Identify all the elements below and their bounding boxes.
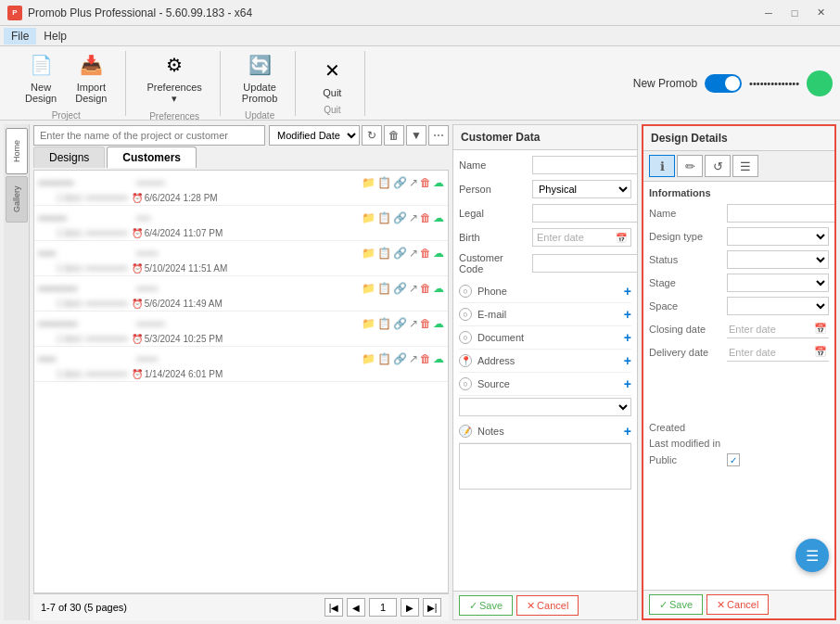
folder-icon[interactable]: 📁 xyxy=(362,211,375,224)
delete-icon[interactable]: 🗑 xyxy=(420,211,431,224)
delete-button[interactable]: 🗑 xyxy=(384,125,404,146)
next-page-button[interactable]: ▶ xyxy=(401,598,419,617)
tab-designs[interactable]: Designs xyxy=(33,146,105,168)
legal-input[interactable] xyxy=(532,204,637,223)
birth-date-input[interactable]: Enter date 📅 xyxy=(532,228,631,247)
filter-button[interactable]: ▼ xyxy=(406,125,426,146)
folder-icon[interactable]: 📁 xyxy=(362,352,375,365)
notes-row[interactable]: 📝 Notes + xyxy=(459,420,631,443)
copy-icon[interactable]: 📋 xyxy=(377,282,391,295)
closing-date-input[interactable]: Enter date 📅 xyxy=(727,320,829,338)
phone-row[interactable]: ○ Phone + xyxy=(459,280,631,303)
share-icon[interactable]: ↗ xyxy=(409,352,418,365)
source-row[interactable]: ○ Source + xyxy=(459,373,631,396)
list-item-detail: 1 item ••••••••••••• ⏰ 6/4/2024 11:07 PM xyxy=(38,228,444,238)
cloud-icon[interactable]: ☁ xyxy=(433,282,444,295)
folder-icon[interactable]: 📁 xyxy=(362,282,375,295)
share-icon[interactable]: ↗ xyxy=(409,317,418,330)
design-name-input[interactable] xyxy=(727,204,834,223)
share-icon[interactable]: ↗ xyxy=(409,282,418,295)
copy-icon[interactable]: 📋 xyxy=(377,247,391,260)
first-page-button[interactable]: |◀ xyxy=(325,598,343,617)
address-row[interactable]: 📍 Address + xyxy=(459,350,631,373)
link-icon[interactable]: 🔗 xyxy=(393,211,407,224)
share-icon[interactable]: ↗ xyxy=(409,247,418,260)
design-save-button[interactable]: ✓ Save xyxy=(649,594,703,615)
cloud-icon[interactable]: ☁ xyxy=(433,352,444,365)
last-page-button[interactable]: ▶| xyxy=(423,598,441,617)
email-row[interactable]: ○ E-mail + xyxy=(459,303,631,326)
import-design-button[interactable]: 📥 ImportDesign xyxy=(67,45,115,108)
cloud-icon[interactable]: ☁ xyxy=(433,176,444,189)
share-icon[interactable]: ↗ xyxy=(409,211,418,224)
sidebar-item-gallery[interactable]: Gallery xyxy=(6,176,28,223)
delete-icon[interactable]: 🗑 xyxy=(420,176,431,189)
link-icon[interactable]: 🔗 xyxy=(393,176,407,189)
customer-cancel-button[interactable]: ✕ Cancel xyxy=(516,595,579,616)
notes-textarea[interactable] xyxy=(459,443,631,490)
cloud-icon[interactable]: ☁ xyxy=(433,247,444,260)
email-add-icon[interactable]: + xyxy=(624,307,631,322)
name-label: Name xyxy=(459,159,528,171)
close-button[interactable]: ✕ xyxy=(808,4,833,22)
new-design-button[interactable]: 📄 NewDesign xyxy=(17,45,65,108)
new-promob-toggle[interactable] xyxy=(705,74,742,93)
folder-icon[interactable]: 📁 xyxy=(362,176,375,189)
copy-icon[interactable]: 📋 xyxy=(377,352,391,365)
menu-file[interactable]: File xyxy=(4,28,36,45)
menu-help[interactable]: Help xyxy=(36,28,74,45)
more-button[interactable]: ⋯ xyxy=(428,125,449,146)
share-icon[interactable]: ↗ xyxy=(409,176,418,189)
status-select[interactable] xyxy=(727,250,829,269)
sidebar-item-home[interactable]: Home xyxy=(6,128,28,174)
cloud-icon[interactable]: ☁ xyxy=(433,211,444,224)
delivery-date-input[interactable]: Enter date 📅 xyxy=(727,343,829,362)
prev-page-button[interactable]: ◀ xyxy=(347,598,365,617)
link-icon[interactable]: 🔗 xyxy=(393,317,407,330)
preferences-button[interactable]: ⚙ Preferences▾ xyxy=(139,45,210,109)
maximize-button[interactable]: □ xyxy=(783,4,807,22)
undo-tool-button[interactable]: ↺ xyxy=(705,155,731,177)
link-icon[interactable]: 🔗 xyxy=(393,247,407,260)
design-type-select[interactable] xyxy=(727,227,829,246)
info-tool-button[interactable]: ℹ xyxy=(649,155,675,177)
copy-icon[interactable]: 📋 xyxy=(377,211,391,224)
source-add-icon[interactable]: + xyxy=(624,376,631,391)
folder-icon[interactable]: 📁 xyxy=(362,247,375,260)
design-cancel-button[interactable]: ✕ Cancel xyxy=(706,594,769,615)
page-input[interactable] xyxy=(369,598,397,617)
minimize-button[interactable]: ─ xyxy=(757,4,781,22)
source-dropdown[interactable] xyxy=(459,398,631,416)
public-checkbox[interactable]: ✓ xyxy=(727,453,740,466)
person-select[interactable]: Physical Legal xyxy=(532,180,631,198)
folder-icon[interactable]: 📁 xyxy=(362,317,375,330)
delete-icon[interactable]: 🗑 xyxy=(420,317,431,330)
delete-icon[interactable]: 🗑 xyxy=(420,352,431,365)
name-input[interactable] xyxy=(532,156,637,174)
tab-customers[interactable]: Customers xyxy=(107,146,197,168)
copy-icon[interactable]: 📋 xyxy=(377,176,391,189)
delete-icon[interactable]: 🗑 xyxy=(420,247,431,260)
document-add-icon[interactable]: + xyxy=(624,330,631,345)
customer-save-button[interactable]: ✓ Save xyxy=(459,595,513,616)
delete-icon[interactable]: 🗑 xyxy=(420,282,431,295)
address-add-icon[interactable]: + xyxy=(624,353,631,368)
stage-select[interactable] xyxy=(727,274,829,292)
update-promob-button[interactable]: 🔄 UpdatePromob xyxy=(234,45,286,108)
phone-add-icon[interactable]: + xyxy=(624,284,631,299)
search-input[interactable] xyxy=(33,125,265,146)
refresh-button[interactable]: ↻ xyxy=(362,125,382,146)
copy-icon[interactable]: 📋 xyxy=(377,317,391,330)
fab-button[interactable]: ☰ xyxy=(795,539,829,572)
notes-add-icon[interactable]: + xyxy=(624,424,631,439)
sort-select[interactable]: Modified Date Name Created Date xyxy=(269,125,360,146)
menu-tool-button[interactable]: ☰ xyxy=(732,155,758,177)
document-row[interactable]: ○ Document + xyxy=(459,326,631,350)
cloud-icon[interactable]: ☁ xyxy=(433,317,444,330)
edit-tool-button[interactable]: ✏ xyxy=(677,155,703,177)
space-select[interactable] xyxy=(727,297,829,315)
quit-button[interactable]: ✕ Quit xyxy=(309,51,355,103)
link-icon[interactable]: 🔗 xyxy=(393,352,407,365)
link-icon[interactable]: 🔗 xyxy=(393,282,407,295)
customer-code-input[interactable] xyxy=(532,254,637,273)
